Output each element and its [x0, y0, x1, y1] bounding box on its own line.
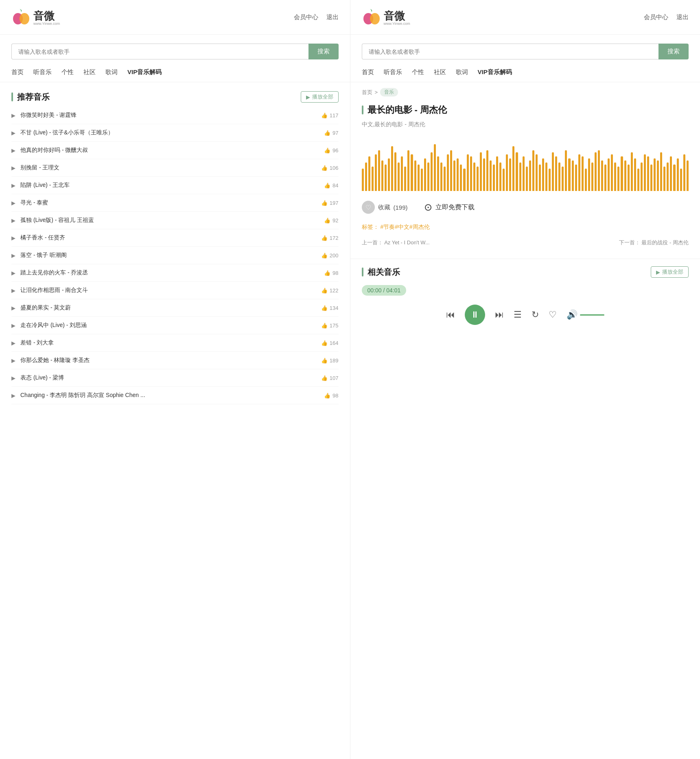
- breadcrumb-separator: >: [375, 89, 378, 95]
- left-search-input[interactable]: [11, 44, 308, 59]
- song-item[interactable]: ▶ 盛夏的果实 - 莫文蔚 👍 134: [11, 299, 339, 317]
- wave-bar: [542, 158, 544, 191]
- wave-bar: [460, 165, 462, 191]
- song-item[interactable]: ▶ 陷阱 (Live) - 王北车 👍 84: [11, 177, 339, 194]
- member-center-link-right[interactable]: 会员中心: [644, 13, 668, 21]
- related-play-all-btn[interactable]: ▶ 播放全部: [651, 266, 689, 278]
- volume-bar[interactable]: [580, 314, 604, 316]
- right-search-button[interactable]: 搜索: [658, 44, 689, 59]
- song-item[interactable]: ▶ 他真的对你好吗 - 微醺大叔 👍 96: [11, 142, 339, 159]
- song-likes-15: 107: [330, 375, 339, 381]
- thumb-icon-8: 👍: [321, 252, 328, 259]
- song-item[interactable]: ▶ 别挽留 - 王理文 👍 106: [11, 159, 339, 177]
- song-left-0: ▶ 你微笑时好美 - 谢霆锋: [11, 112, 77, 119]
- like-button[interactable]: ♡: [549, 309, 557, 320]
- next-track-button[interactable]: ⏭: [495, 309, 504, 320]
- song-name-9: 踏上去见你的火车 - 乔浚丞: [20, 269, 88, 276]
- breadcrumb-tag[interactable]: 音乐: [380, 88, 398, 97]
- nav-lyrics-left[interactable]: 歌词: [105, 68, 118, 76]
- play-pause-button[interactable]: ⏸: [465, 305, 485, 325]
- right-search-input[interactable]: [362, 44, 659, 59]
- wave-bar: [378, 150, 380, 191]
- wave-bar: [526, 167, 528, 191]
- nav-vip-right[interactable]: VIP音乐解码: [478, 68, 512, 76]
- song-name-11: 盛夏的果实 - 莫文蔚: [20, 304, 71, 311]
- song-left-4: ▶ 陷阱 (Live) - 王北车: [11, 182, 70, 189]
- song-item[interactable]: ▶ 落空 - 饿子 听潮阁 👍 200: [11, 247, 339, 264]
- wave-bar: [683, 154, 685, 191]
- song-item[interactable]: ▶ 差错 - 刘大拿 👍 164: [11, 334, 339, 352]
- wave-bar: [470, 156, 472, 191]
- nav-home-right[interactable]: 首页: [362, 68, 374, 76]
- song-detail-title: 最长的电影 - 周杰伦: [350, 100, 700, 118]
- thumb-icon-1: 👍: [324, 130, 330, 136]
- wave-bar: [565, 150, 567, 191]
- wave-bar: [493, 165, 495, 191]
- wave-bar: [601, 160, 603, 191]
- nav-personal-left[interactable]: 个性: [61, 68, 74, 76]
- wave-bar: [588, 158, 590, 191]
- song-likes-4: 84: [332, 182, 338, 189]
- logout-link-right[interactable]: 退出: [676, 13, 689, 21]
- song-item[interactable]: ▶ 走在冷风中 (Live) - 刘思涵 👍 175: [11, 317, 339, 334]
- song-item[interactable]: ▶ 不甘 (Live) - 弦子&小乐哥（王唯乐） 👍 97: [11, 124, 339, 142]
- song-item[interactable]: ▶ 表态 (Live) - 梁博 👍 107: [11, 369, 339, 387]
- wave-bar: [385, 165, 387, 191]
- song-item[interactable]: ▶ Changing - 李杰明 陈忻玥 高尔宣 Sophie Chen ...…: [11, 387, 339, 404]
- nav-vip-left[interactable]: VIP音乐解码: [127, 68, 162, 76]
- song-item[interactable]: ▶ 踏上去见你的火车 - 乔浚丞 👍 98: [11, 264, 339, 282]
- collect-button[interactable]: ♡ 收藏 (199): [362, 201, 408, 214]
- play-icon-13: ▶: [11, 340, 15, 346]
- nav-community-right[interactable]: 社区: [434, 68, 446, 76]
- related-bar: [362, 268, 363, 276]
- nav-music-right[interactable]: 听音乐: [384, 68, 402, 76]
- song-item[interactable]: ▶ 寻光 - 泰蜜 👍 197: [11, 194, 339, 212]
- song-right-10: 👍 122: [321, 287, 339, 294]
- left-search-button[interactable]: 搜索: [308, 44, 339, 59]
- nav-lyrics-right[interactable]: 歌词: [456, 68, 468, 76]
- left-play-all-btn[interactable]: ▶ 播放全部: [301, 91, 339, 103]
- wave-bar: [631, 152, 633, 191]
- wave-bar: [624, 160, 626, 191]
- tags[interactable]: #节奏#中文#周杰伦: [380, 224, 429, 230]
- svg-point-1: [20, 13, 29, 24]
- download-label: 立即免费下载: [435, 203, 475, 212]
- nav-home-left[interactable]: 首页: [11, 68, 24, 76]
- nav-community-left[interactable]: 社区: [83, 68, 96, 76]
- play-icon-3: ▶: [11, 165, 15, 171]
- left-search-bar: 搜索: [11, 44, 339, 59]
- wave-bar: [404, 167, 406, 191]
- download-button[interactable]: ⊙ 立即免费下载: [424, 202, 475, 213]
- playlist-button[interactable]: ☰: [514, 309, 522, 320]
- nav-music-left[interactable]: 听音乐: [33, 68, 52, 76]
- song-item[interactable]: ▶ 让泪化作相思雨 - 南合文斗 👍 122: [11, 282, 339, 299]
- song-item[interactable]: ▶ 你那么爱她 - 林隆璇 李圣杰 👍 189: [11, 352, 339, 369]
- wave-bar: [572, 160, 574, 191]
- volume-icon[interactable]: 🔊: [567, 309, 578, 320]
- song-item[interactable]: ▶ 你微笑时好美 - 谢霆锋 👍 117: [11, 107, 339, 124]
- wave-bar: [453, 160, 455, 191]
- wave-bar: [529, 160, 531, 191]
- next-song[interactable]: 下一首： 最后的战役 - 周杰伦: [619, 239, 689, 246]
- repeat-button[interactable]: ↻: [532, 309, 539, 320]
- right-logo: 音微 www.Yinwe.com: [362, 7, 410, 27]
- nav-personal-right[interactable]: 个性: [412, 68, 424, 76]
- breadcrumb-home[interactable]: 首页: [362, 89, 372, 96]
- song-left-11: ▶ 盛夏的果实 - 莫文蔚: [11, 304, 71, 311]
- prev-song[interactable]: 上一首： Az Yet - I Don't W...: [362, 239, 430, 246]
- thumb-icon-0: 👍: [321, 112, 328, 118]
- song-likes-11: 134: [330, 305, 339, 311]
- logout-link-left[interactable]: 退出: [326, 13, 339, 21]
- collect-count: (199): [394, 204, 408, 211]
- left-panel: 音微 www.Yinwe.com 会员中心 退出 搜索 首页 听音乐 个性 社区…: [0, 0, 350, 759]
- wave-bar: [644, 154, 646, 191]
- right-panel: 音微 www.Yinwe.com 会员中心 退出 搜索 首页 听音乐 个性 社区…: [350, 0, 700, 759]
- related-section-title: 相关音乐: [362, 267, 400, 278]
- song-likes-6: 92: [332, 217, 338, 224]
- song-item[interactable]: ▶ 孤独 (Live版) - 容祖儿 王祖蓝 👍 92: [11, 212, 339, 229]
- prev-track-button[interactable]: ⏮: [446, 309, 455, 320]
- song-item[interactable]: ▶ 橘子香水 - 任贤齐 👍 172: [11, 229, 339, 247]
- member-center-link-left[interactable]: 会员中心: [294, 13, 318, 21]
- play-icon-2: ▶: [11, 147, 15, 154]
- right-search-bar: 搜索: [362, 44, 689, 59]
